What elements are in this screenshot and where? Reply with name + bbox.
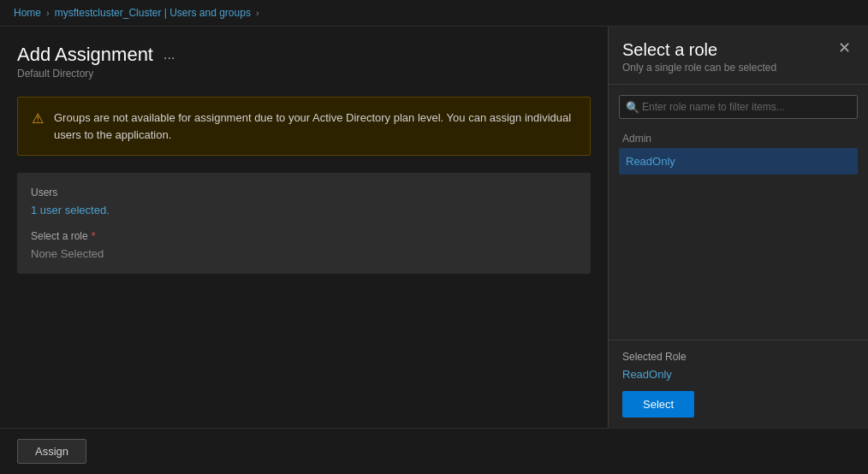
warning-box: ⚠ Groups are not available for assignmen… bbox=[17, 97, 591, 156]
warning-text: Groups are not available for assignment … bbox=[54, 110, 576, 143]
right-panel-footer: Selected Role ReadOnly Select bbox=[609, 340, 868, 428]
form-section: Users 1 user selected. Select a role * N… bbox=[17, 173, 591, 274]
users-label: Users bbox=[31, 187, 577, 198]
page-title-container: Add Assignment ... bbox=[17, 44, 591, 66]
breadcrumb-home[interactable]: Home bbox=[14, 7, 41, 19]
more-options-button[interactable]: ... bbox=[163, 47, 175, 62]
bottom-bar: Assign bbox=[0, 428, 868, 474]
role-group-label: Admin bbox=[619, 126, 858, 148]
breadcrumb-cluster[interactable]: mysftestcluster_Cluster | Users and grou… bbox=[55, 7, 251, 19]
search-input[interactable] bbox=[619, 95, 858, 119]
role-list: Admin ReadOnly bbox=[609, 126, 868, 340]
right-panel: Select a role Only a single role can be … bbox=[608, 27, 868, 428]
warning-icon: ⚠ bbox=[32, 110, 44, 127]
close-button[interactable]: ✕ bbox=[835, 40, 854, 56]
users-value[interactable]: 1 user selected. bbox=[31, 204, 577, 216]
role-item-readonly[interactable]: ReadOnly bbox=[619, 148, 858, 175]
search-icon: 🔍 bbox=[626, 101, 639, 114]
breadcrumb: Home › mysftestcluster_Cluster | Users a… bbox=[0, 0, 868, 27]
breadcrumb-sep2: › bbox=[256, 8, 259, 18]
right-panel-subtitle: Only a single role can be selected bbox=[622, 62, 776, 74]
role-label: Select a role * bbox=[31, 230, 577, 242]
search-box: 🔍 bbox=[619, 95, 858, 119]
left-panel: Add Assignment ... Default Directory ⚠ G… bbox=[0, 27, 608, 428]
selected-role-value: ReadOnly bbox=[622, 368, 854, 381]
right-panel-header: Select a role Only a single role can be … bbox=[609, 27, 868, 85]
required-indicator: * bbox=[92, 230, 96, 242]
breadcrumb-sep1: › bbox=[46, 8, 50, 18]
select-button[interactable]: Select bbox=[622, 391, 694, 418]
right-panel-title: Select a role bbox=[622, 40, 776, 60]
selected-role-label: Selected Role bbox=[622, 351, 854, 363]
page-title: Add Assignment bbox=[17, 44, 153, 66]
role-none-selected: None Selected bbox=[31, 247, 577, 260]
assign-button[interactable]: Assign bbox=[17, 439, 86, 464]
page-subtitle: Default Directory bbox=[17, 68, 591, 80]
